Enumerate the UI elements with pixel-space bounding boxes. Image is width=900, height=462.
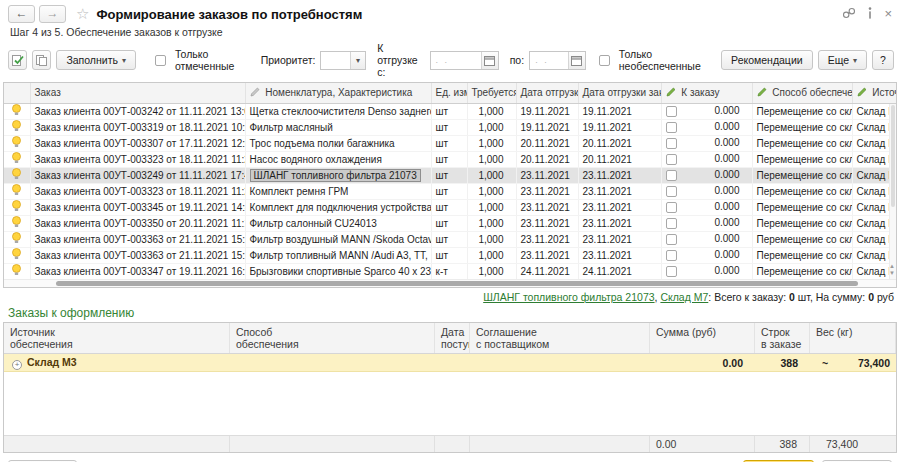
calendar-icon[interactable] <box>568 52 585 69</box>
selected-cell-box[interactable]: ШЛАНГ топливного фильтра 21073 <box>250 169 421 182</box>
more-button[interactable]: Еще▾ <box>818 50 867 70</box>
to-order-checkbox[interactable] <box>666 170 677 181</box>
order-cell: Заказ клиента 00УТ-003323 от 18.11.2021 … <box>30 183 245 199</box>
to-order-checkbox[interactable] <box>666 234 677 245</box>
order-row[interactable]: Заказ клиента 00УТ-003363 от 21.11.2021 … <box>4 247 897 263</box>
col-unit[interactable]: Ед. изм. <box>431 83 467 103</box>
bulb-icon-cell <box>4 231 30 247</box>
unit-cell: шт <box>431 183 467 199</box>
horizontal-scrollbar[interactable] <box>4 279 896 287</box>
item-link[interactable]: ШЛАНГ топливного фильтра 21073 <box>483 291 654 303</box>
get-link-icon[interactable] <box>842 7 856 21</box>
col-source[interactable]: Источни... <box>852 83 897 103</box>
page-title: Формирование заказов по потребностям <box>96 7 362 22</box>
method-cell: Перемещение со скл... <box>752 199 852 215</box>
bulb-icon <box>11 264 22 276</box>
order-row[interactable]: Заказ клиента 00УТ-003242 от 11.11.2021 … <box>4 103 897 119</box>
app-window: ← → ☆ Формирование заказов по потребност… <box>0 0 900 462</box>
only-unsecured-checkbox[interactable] <box>599 55 610 66</box>
col-to-order[interactable]: К заказу <box>661 83 752 103</box>
order-row[interactable]: Заказ клиента 00УТ-003347 от 19.11.2021 … <box>4 263 897 279</box>
order-row[interactable]: Заказ клиента 00УТ-003345 от 19.11.2021 … <box>4 199 897 215</box>
totals-sum: 0.00 <box>650 436 755 452</box>
warehouse-link[interactable]: Склад М7 <box>660 291 708 303</box>
bulb-icon-cell <box>4 183 30 199</box>
col-weight[interactable]: Вес (кг) <box>810 323 896 353</box>
group-row[interactable]: +Склад М3 0.00 388 ~ 73,400 <box>4 354 896 372</box>
only-marked-checkbox[interactable] <box>155 55 166 66</box>
recommendations-button[interactable]: Рекомендации <box>721 50 813 70</box>
method-cell: Перемещение со скл... <box>752 103 852 119</box>
col-method2[interactable]: Способобеспечения <box>230 323 435 353</box>
to-order-cell: 0.000 <box>661 167 752 183</box>
chevron-down-icon[interactable]: ▾ <box>350 52 365 69</box>
bulb-icon <box>11 232 22 244</box>
info-icon[interactable] <box>868 7 872 21</box>
col-sum[interactable]: Сумма (руб) <box>650 323 755 353</box>
to-order-checkbox[interactable] <box>666 106 677 117</box>
footer: < Назад Далее > Закрыть <box>0 453 900 462</box>
scroll-arrows[interactable]: ▲▼ <box>889 263 895 277</box>
bulb-icon <box>11 120 22 132</box>
unit-cell: к-т <box>431 263 467 279</box>
close-icon[interactable]: × <box>884 9 892 19</box>
to-order-checkbox[interactable] <box>666 122 677 133</box>
to-order-checkbox[interactable] <box>666 266 677 277</box>
totals-lines: 388 <box>755 436 810 452</box>
method-cell: Перемещение со скл... <box>752 183 852 199</box>
order-row[interactable]: Заказ клиента 00УТ-003323 от 18.11.2021 … <box>4 183 897 199</box>
col-agreement[interactable]: Соглашениес поставщиком <box>470 323 650 353</box>
unit-cell: шт <box>431 247 467 263</box>
order-cell: Заказ клиента 00УТ-003242 от 11.11.2021 … <box>30 103 245 119</box>
order-row[interactable]: Заказ клиента 00УТ-003363 от 21.11.2021 … <box>4 231 897 247</box>
order-row[interactable]: Заказ клиента 00УТ-003350 от 20.11.2021 … <box>4 215 897 231</box>
to-order-checkbox[interactable] <box>666 202 677 213</box>
ship-from-date-input[interactable]: . . <box>430 51 499 70</box>
col-source2[interactable]: Источникобеспечения <box>4 323 230 353</box>
fill-button[interactable]: Заполнить▾ <box>56 50 136 70</box>
orders-to-create-table: Источникобеспечения Способобеспечения Да… <box>3 322 897 453</box>
to-order-checkbox[interactable] <box>666 138 677 149</box>
order-row[interactable]: Заказ клиента 00УТ-003319 от 18.11.2021 … <box>4 119 897 135</box>
bulb-icon <box>11 248 22 260</box>
to-order-checkbox[interactable] <box>666 186 677 197</box>
ship-date-cell: 23.11.2021 <box>516 215 578 231</box>
set-mark-button[interactable] <box>8 50 27 70</box>
vertical-scrollbar[interactable] <box>889 104 896 279</box>
lower-header-row: Источникобеспечения Способобеспечения Да… <box>4 323 896 354</box>
order-row[interactable]: Заказ клиента 00УТ-003323 от 18.11.2021 … <box>4 151 897 167</box>
copy-button[interactable] <box>32 50 51 70</box>
order-cell: Заказ клиента 00УТ-003323 от 18.11.2021 … <box>30 151 245 167</box>
calendar-icon[interactable] <box>481 52 498 69</box>
forward-arrow-icon[interactable]: → <box>39 5 66 23</box>
to-order-checkbox[interactable] <box>666 218 677 229</box>
col-item[interactable]: Номенклатура, Характеристика <box>245 83 431 103</box>
bulb-icon-cell <box>4 119 30 135</box>
item-cell: Щетка стеклоочистителя Denso заднего ... <box>245 103 431 119</box>
col-order[interactable]: Заказ <box>30 83 245 103</box>
required-cell: 1,000 <box>467 135 516 151</box>
to-order-checkbox[interactable] <box>666 250 677 261</box>
method-cell: Перемещение со скл... <box>752 135 852 151</box>
favorite-star-icon[interactable]: ☆ <box>76 5 89 23</box>
priority-select[interactable]: ▾ <box>320 51 366 70</box>
expand-icon[interactable]: + <box>12 360 22 370</box>
order-ship-date-cell: 23.11.2021 <box>578 247 661 263</box>
col-ship-date[interactable]: Дата отгрузки <box>516 83 578 103</box>
totals-weight: 73,400 <box>810 436 896 452</box>
col-receipt-date[interactable]: Датапоступления <box>435 323 470 353</box>
order-row[interactable]: Заказ клиента 00УТ-003307 от 17.11.2021 … <box>4 135 897 151</box>
col-required[interactable]: Требуется <box>467 83 516 103</box>
to-order-checkbox[interactable] <box>666 154 677 165</box>
ship-to-date-input[interactable]: . . <box>529 51 586 70</box>
order-row[interactable]: Заказ клиента 00УТ-003249 от 11.11.2021 … <box>4 167 897 183</box>
col-method[interactable]: Способ обеспече... <box>752 83 852 103</box>
unit-cell: шт <box>431 135 467 151</box>
col-order-ship-date[interactable]: Дата отгрузки заказа <box>578 83 661 103</box>
col-lines[interactable]: Строкв заказе <box>755 323 810 353</box>
required-cell: 1,000 <box>467 215 516 231</box>
ship-from-label: К отгрузке с: <box>377 42 424 78</box>
orders-tbody: Заказ клиента 00УТ-003242 от 11.11.2021 … <box>4 103 897 279</box>
back-arrow-icon[interactable]: ← <box>8 5 35 23</box>
help-button[interactable]: ? <box>872 50 894 70</box>
